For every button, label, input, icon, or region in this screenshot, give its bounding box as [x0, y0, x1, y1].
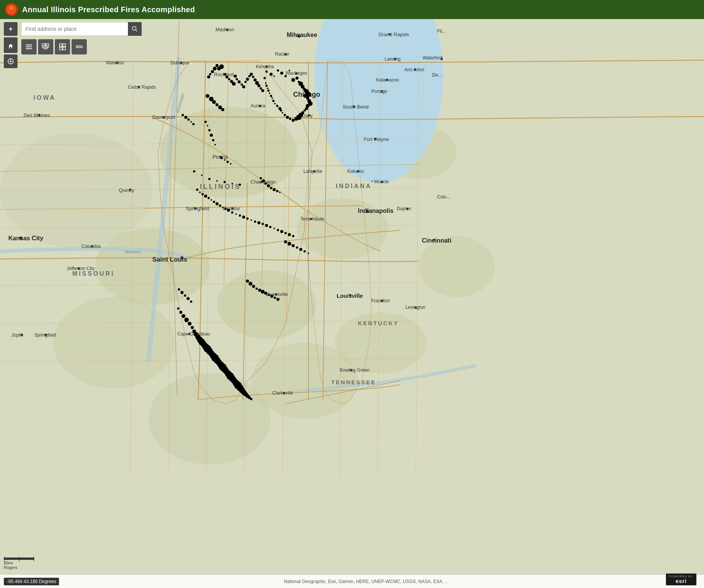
svg-point-10 — [148, 373, 270, 465]
svg-point-42 — [353, 105, 355, 108]
svg-point-17 — [19, 236, 22, 240]
svg-point-28 — [275, 293, 277, 296]
svg-point-51 — [350, 369, 352, 371]
svg-point-59 — [441, 58, 443, 60]
svg-point-46 — [381, 181, 383, 183]
svg-rect-266 — [59, 44, 62, 46]
svg-point-29 — [188, 333, 190, 335]
map-container: Annual Illinois Prescribed Fires Accompl… — [0, 0, 704, 588]
svg-point-53 — [388, 33, 391, 35]
scale-bar: 60mi Rogers — [4, 558, 34, 570]
svg-point-18 — [349, 294, 351, 296]
svg-rect-267 — [63, 44, 65, 46]
svg-point-22 — [231, 207, 233, 209]
svg-point-19 — [220, 156, 222, 158]
navigation-toolbar — [4, 39, 18, 68]
svg-point-35 — [138, 86, 140, 88]
esri-text: esri — [675, 578, 686, 584]
svg-point-48 — [406, 208, 409, 210]
app-logo — [5, 3, 18, 16]
svg-point-15 — [366, 210, 369, 213]
svg-point-16 — [180, 256, 184, 259]
svg-line-259 — [136, 30, 137, 32]
svg-rect-268 — [59, 47, 62, 50]
svg-point-24 — [259, 105, 261, 107]
svg-point-31 — [78, 267, 80, 270]
svg-point-43 — [374, 138, 376, 140]
svg-point-50 — [415, 307, 417, 309]
map-svg — [0, 0, 704, 588]
svg-point-33 — [45, 334, 47, 336]
compass-button[interactable] — [4, 54, 18, 68]
svg-point-32 — [21, 334, 23, 336]
app-title: Annual Illinois Prescribed Fires Accompl… — [22, 5, 195, 14]
home-button[interactable] — [4, 39, 18, 53]
svg-point-56 — [414, 69, 416, 71]
svg-point-44 — [313, 170, 315, 173]
svg-point-39 — [284, 53, 287, 56]
esri-logo: POWERED BY esri — [666, 574, 696, 585]
bottom-bar: -85.494 43.180 Degrees National Geograph… — [0, 574, 704, 588]
svg-point-55 — [386, 79, 388, 81]
list-tool-button[interactable] — [21, 39, 37, 54]
svg-point-41 — [295, 72, 297, 75]
svg-point-23 — [224, 73, 227, 75]
svg-point-27 — [129, 189, 131, 191]
svg-point-54 — [394, 58, 396, 60]
scale-city: Rogers — [4, 565, 17, 570]
svg-point-57 — [381, 90, 383, 93]
attribution-text: National Geographic, Esri, Garmin, HERE,… — [63, 579, 669, 584]
svg-point-34 — [38, 114, 40, 116]
svg-point-26 — [163, 116, 165, 118]
svg-point-38 — [226, 29, 228, 31]
svg-point-49 — [381, 300, 383, 302]
svg-point-58 — [433, 239, 435, 241]
svg-rect-270 — [76, 46, 82, 48]
svg-point-20 — [260, 181, 262, 183]
svg-point-40 — [265, 66, 268, 68]
svg-point-45 — [357, 170, 359, 173]
svg-point-37 — [180, 62, 182, 64]
svg-point-25 — [308, 114, 310, 117]
svg-point-52 — [283, 392, 285, 394]
scale-label: 60mi — [4, 561, 13, 565]
svg-point-275 — [10, 61, 11, 62]
svg-point-3 — [217, 270, 316, 339]
svg-point-13 — [307, 93, 310, 96]
map-tools-toolbar — [21, 39, 87, 54]
search-input[interactable] — [21, 22, 128, 36]
grid-tool-button[interactable] — [55, 39, 70, 54]
svg-point-36 — [116, 62, 118, 64]
layers-tool-button[interactable] — [38, 39, 53, 54]
search-bar — [21, 22, 142, 36]
coordinates-display: -85.494 43.180 Degrees — [4, 578, 59, 585]
powered-by-text: POWERED BY — [669, 575, 693, 578]
svg-point-9 — [335, 312, 426, 373]
svg-point-7 — [53, 297, 175, 388]
search-button[interactable] — [128, 22, 142, 36]
svg-point-21 — [194, 207, 196, 209]
svg-point-30 — [91, 245, 93, 248]
svg-point-1 — [160, 107, 297, 198]
svg-rect-269 — [63, 47, 65, 50]
svg-point-4 — [297, 198, 388, 259]
svg-point-11 — [419, 236, 495, 297]
zoom-in-button[interactable]: + — [4, 22, 18, 36]
svg-point-47 — [310, 218, 312, 220]
svg-point-258 — [132, 27, 136, 30]
measure-tool-button[interactable] — [72, 39, 87, 54]
app-header: Annual Illinois Prescribed Fires Accompl… — [0, 0, 704, 19]
svg-point-14 — [297, 35, 300, 38]
